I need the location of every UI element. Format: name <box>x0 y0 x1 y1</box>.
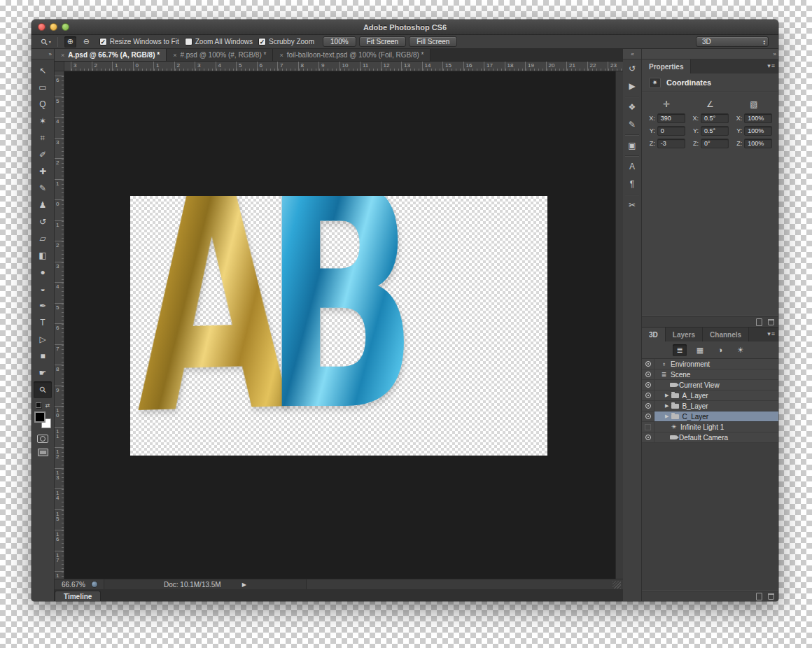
scene-item-body[interactable]: ▶C_Layer <box>654 411 778 421</box>
document-canvas[interactable]: ABC <box>130 196 547 456</box>
scale-x-field[interactable]: 100% <box>744 113 772 123</box>
filter-meshes-button[interactable]: ▦ <box>693 344 707 356</box>
scene-item-body[interactable]: Current View <box>654 380 778 390</box>
option-checkbox-item[interactable]: ✓Scrubby Zoom <box>258 38 314 45</box>
status-menu-arrow-icon[interactable]: ▶ <box>242 582 246 588</box>
expand-arrow-icon[interactable]: ▶ <box>665 393 668 398</box>
visibility-toggle[interactable] <box>642 359 654 369</box>
visibility-toggle[interactable] <box>642 422 654 432</box>
position-y-field[interactable]: 0 <box>657 126 685 136</box>
tool-move-tool[interactable]: ↖ <box>34 62 52 79</box>
rotation-x-field[interactable]: 0.5° <box>701 113 729 123</box>
scene-item-scene[interactable]: ≣Scene <box>642 369 778 380</box>
tool-rectangular-marquee-tool[interactable]: ▭ <box>34 79 52 96</box>
zoom-out-mode-button[interactable]: ⊖ <box>80 36 92 48</box>
tools-dock-collapse[interactable]: » <box>31 49 54 59</box>
scene-item-body[interactable]: ▶A_Layer <box>654 390 778 400</box>
actions-panel-button[interactable]: ▶ <box>624 77 640 94</box>
brush-presets-panel-button[interactable]: ✎ <box>624 115 640 133</box>
tool-quick-selection-tool[interactable]: ✶ <box>34 113 52 129</box>
filter-materials-button[interactable]: ◑ <box>713 344 727 356</box>
tool-blur-tool[interactable]: ● <box>34 264 52 281</box>
new-item-icon[interactable] <box>756 593 762 600</box>
zoom-100-button[interactable]: 100% <box>323 36 356 47</box>
scene-item-body[interactable]: Default Camera <box>654 432 778 442</box>
tool-crop-tool[interactable]: ⌗ <box>34 129 52 146</box>
scene-item-body[interactable]: ≣Scene <box>654 369 778 379</box>
tool-healing-brush-tool[interactable]: ✚ <box>34 163 52 180</box>
tool-eraser-tool[interactable]: ▱ <box>34 230 52 247</box>
filter-lights-button[interactable]: ☀ <box>734 344 748 356</box>
checkbox-icon[interactable]: ✓ <box>258 38 266 45</box>
visibility-toggle[interactable] <box>642 401 654 411</box>
tool-brush-tool[interactable]: ✎ <box>34 180 52 197</box>
panel-menu-icon[interactable]: ▾≡ <box>767 62 776 69</box>
color-swatches[interactable] <box>34 411 52 429</box>
position-x-field[interactable]: 390 <box>657 113 685 123</box>
fill-screen-button[interactable]: Fill Screen <box>409 36 457 47</box>
paragraph-panel-button[interactable]: ¶ <box>624 175 640 192</box>
tab-layers[interactable]: Layers <box>666 327 703 341</box>
panel-menu-icon[interactable]: ▾≡ <box>767 330 776 337</box>
scene-item-infinite-light-1[interactable]: ☀Infinite Light 1 <box>642 422 778 432</box>
rotation-y-field[interactable]: 0.5° <box>701 126 729 136</box>
zoom-in-mode-button[interactable]: ⊕ <box>64 36 76 48</box>
tool-rectangle-tool[interactable]: ■ <box>34 348 52 365</box>
visibility-toggle[interactable] <box>642 380 654 390</box>
3d-materials-panel-button[interactable]: ❖ <box>624 98 640 115</box>
close-icon[interactable]: × <box>173 52 176 59</box>
tab-3d[interactable]: 3D <box>642 327 666 341</box>
visibility-toggle[interactable] <box>642 390 654 400</box>
checkbox-icon[interactable]: ✓ <box>99 38 107 45</box>
scene-item-default-camera[interactable]: Default Camera <box>642 432 778 443</box>
scene-item-body[interactable]: ▶B_Layer <box>654 401 778 411</box>
option-checkbox-item[interactable]: ✓Resize Windows to Fit <box>99 38 179 45</box>
expand-arrow-icon[interactable]: ▶ <box>665 403 668 409</box>
scale-y-field[interactable]: 100% <box>744 126 772 136</box>
character-panel-button[interactable]: A <box>624 157 640 175</box>
resize-grip-icon[interactable] <box>612 581 621 589</box>
scene-item-environment[interactable]: ♁Environment <box>642 359 778 369</box>
swap-colors-icon[interactable]: ⇄ <box>46 402 50 409</box>
document-tab-0[interactable]: ×A.psd @ 66.7% (A, RGB/8) * <box>55 49 167 61</box>
close-icon[interactable]: × <box>61 52 64 59</box>
tab-channels[interactable]: Channels <box>703 327 749 341</box>
scene-item-a-layer[interactable]: ▶A_Layer <box>642 390 778 401</box>
tool-lasso-tool[interactable]: Q <box>34 96 52 113</box>
document-tab-1[interactable]: ×#.psd @ 100% (#, RGB/8) * <box>167 49 273 61</box>
visibility-toggle[interactable] <box>642 411 654 421</box>
foreground-color-swatch[interactable] <box>34 411 46 423</box>
workspace-switcher[interactable]: 3D ▴▾ <box>696 36 769 47</box>
timeline-tab[interactable]: Timeline <box>55 591 101 601</box>
scene-item-b-layer[interactable]: ▶B_Layer <box>642 401 778 411</box>
panels-collapse[interactable]: » <box>642 49 778 59</box>
properties-action-icon[interactable] <box>756 318 762 326</box>
document-info-field[interactable]: Doc: 10.1M/13.5M ▶ <box>104 579 307 589</box>
clone-source-panel-button[interactable]: ▣ <box>624 136 640 154</box>
filter-whole-scene-button[interactable]: ≣ <box>673 344 687 356</box>
tool-dodge-tool[interactable]: ◒ <box>34 281 52 297</box>
zoom-level-field[interactable]: 66.67% <box>55 581 91 589</box>
title-bar[interactable]: Adobe Photoshop CS6 <box>31 20 778 35</box>
scene-item-body[interactable]: ☀Infinite Light 1 <box>654 422 778 432</box>
scene-item-c-layer[interactable]: ▶C_Layer <box>642 411 778 422</box>
checkbox-icon[interactable] <box>185 38 192 45</box>
close-icon[interactable]: × <box>279 52 283 59</box>
tool-zoom-tool[interactable]: ⚲ <box>34 381 52 398</box>
rotation-z-field[interactable]: 0° <box>701 139 729 148</box>
visibility-toggle[interactable] <box>642 369 654 379</box>
tool-history-brush-tool[interactable]: ↺ <box>34 213 52 230</box>
tool-gradient-tool[interactable]: ◧ <box>34 247 52 264</box>
tool-eyedropper-tool[interactable]: ✐ <box>34 146 52 163</box>
scene-item-current-view[interactable]: Current View <box>642 380 778 390</box>
tool-hand-tool[interactable]: ☛ <box>34 365 52 381</box>
history-panel-button[interactable]: ↺ <box>624 59 640 77</box>
icon-dock-collapse[interactable]: « <box>623 49 641 59</box>
position-z-field[interactable]: -3 <box>657 139 685 148</box>
delete-icon[interactable] <box>768 319 774 325</box>
tool-type-tool[interactable]: T <box>34 314 52 331</box>
tool-path-selection-tool[interactable]: ▷ <box>34 331 52 348</box>
pasteboard[interactable]: ABC <box>64 71 615 579</box>
default-colors-icon[interactable] <box>36 402 42 409</box>
tool-pen-tool[interactable]: ✒ <box>34 297 52 314</box>
